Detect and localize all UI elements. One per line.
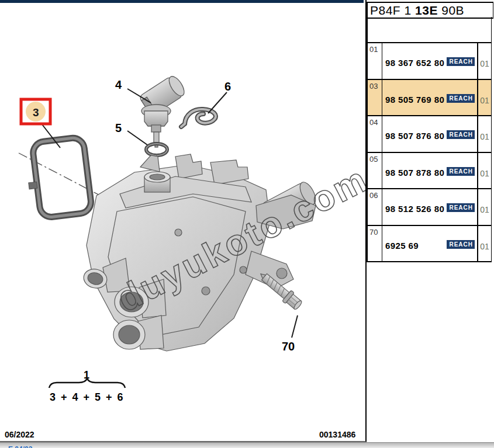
reach-badge[interactable]: REACH [447,130,475,139]
part-number: 98 512 526 80 [385,204,444,214]
reach-badge[interactable]: REACH [447,203,475,212]
exploded-diagram-svg: duyukoto.com 3 4 5 6 70 1 [0,0,365,441]
cutoff-link-text[interactable]: E 04/02 [8,445,494,448]
table-spacer-cell [367,17,492,42]
ref-number: 06 [368,189,382,225]
document-number: 00131486 [319,430,355,439]
gasket-part [24,137,92,219]
ref-number: 03 [368,80,382,116]
code-prefix: P84F 1 [370,4,415,17]
reach-badge[interactable]: REACH [447,240,475,249]
callout-4[interactable]: 4 [115,78,122,91]
ref-number: 70 [368,226,382,262]
callout-6[interactable]: 6 [224,80,231,93]
retaining-clip-part [181,109,216,127]
bottom-gradient-strip: E 04/02 [0,442,494,448]
reach-badge[interactable]: REACH [447,94,475,103]
quantity: 01 [477,43,491,79]
callout-70[interactable]: 70 [282,340,295,353]
o-ring-part [146,144,167,155]
part-number: 98 507 878 80 [385,168,444,178]
reach-badge[interactable]: REACH [447,167,475,176]
quantity: 01 [477,226,491,262]
callout-3-label: 3 [33,106,39,119]
ref-number: 04 [368,116,382,152]
part-number: 6925 69 [385,241,419,251]
table-row[interactable]: 04 98 507 876 80 REACH 01 [368,116,491,153]
group-formula: 3 + 4 + 5 + 6 [50,391,125,403]
parts-catalog-page: duyukoto.com 3 4 5 6 70 1 [0,0,494,448]
quantity: 01 [477,80,491,116]
table-row[interactable]: 70 6925 69 REACH 01 [368,226,491,263]
callout-3[interactable]: 3 [21,99,50,124]
code-suffix: 90B [438,4,464,17]
temperature-sensor-part [139,74,188,147]
parts-table-panel: P84F 1 13E 90B 01 98 367 652 80 REACH 01… [367,0,494,448]
page-code-header: P84F 1 13E 90B [367,2,493,19]
quantity: 01 [477,153,491,189]
table-row[interactable]: 01 98 367 652 80 REACH 01 [368,43,491,80]
table-row[interactable]: 06 98 512 526 80 REACH 01 [368,189,491,226]
table-row-selected[interactable]: 03 98 505 769 80 REACH 01 [368,80,491,117]
code-bold: 13E [415,4,438,17]
assembly-group-note: 1 3 + 4 + 5 + 6 [49,369,125,403]
parts-rows: 01 98 367 652 80 REACH 01 03 98 505 769 … [367,42,492,262]
ref-number: 01 [368,43,382,79]
quantity: 01 [477,189,491,225]
quantity: 01 [477,116,491,152]
part-number: 98 507 876 80 [385,131,444,141]
exploded-diagram-area: duyukoto.com 3 4 5 6 70 1 [0,0,367,442]
part-number: 98 367 652 80 [385,58,444,68]
part-number: 98 505 769 80 [385,95,444,105]
revision-date: 06/2022 [5,430,34,439]
table-row[interactable]: 05 98 507 878 80 REACH 01 [368,153,491,190]
reach-badge[interactable]: REACH [447,57,475,66]
callout-5[interactable]: 5 [115,121,122,134]
ref-number: 05 [368,153,382,189]
